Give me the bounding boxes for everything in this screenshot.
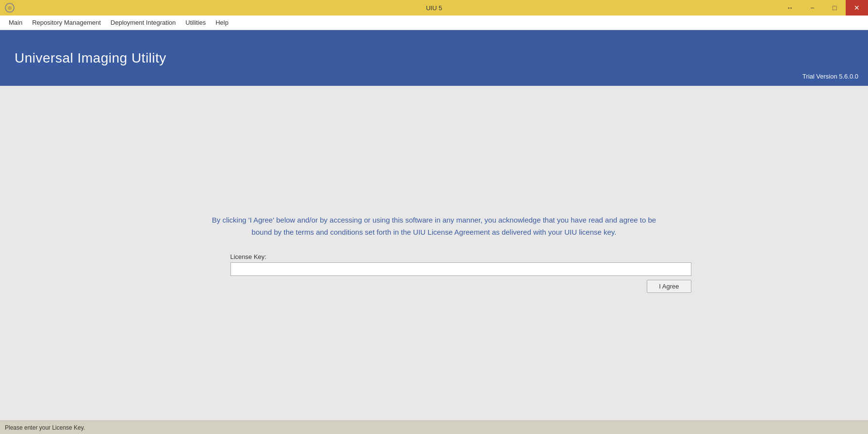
window-controls: ↔ − □ ✕: [779, 0, 868, 16]
status-text: Please enter your License Key.: [5, 424, 85, 431]
maximize-button[interactable]: □: [823, 0, 846, 16]
app-title: Universal Imaging Utility: [15, 50, 166, 66]
main-content: By clicking 'I Agree' below and/or by ac…: [0, 86, 868, 420]
minimize-button[interactable]: −: [801, 0, 823, 16]
menu-item-help[interactable]: Help: [211, 17, 233, 28]
license-container: By clicking 'I Agree' below and/or by ac…: [192, 214, 677, 293]
license-key-section: License Key: I Agree: [201, 253, 667, 293]
menu-item-utilities[interactable]: Utilities: [180, 17, 211, 28]
app-header: Universal Imaging Utility Trial Version …: [0, 30, 868, 86]
back-forward-button[interactable]: ↔: [779, 0, 801, 16]
close-button[interactable]: ✕: [846, 0, 868, 16]
title-bar: ◎ UIU 5 ↔ − □ ✕: [0, 0, 868, 16]
license-key-label: License Key:: [230, 253, 266, 260]
menu-item-repository-management[interactable]: Repository Management: [27, 17, 106, 28]
app-icon: ◎: [5, 3, 15, 13]
version-label: Trial Version 5.6.0.0: [802, 73, 858, 80]
license-key-input[interactable]: [230, 262, 691, 276]
menu-item-main[interactable]: Main: [4, 17, 27, 28]
agree-btn-row: I Agree: [230, 280, 691, 293]
window-title: UIU 5: [426, 4, 442, 12]
menu-bar: Main Repository Management Deployment In…: [0, 16, 868, 30]
i-agree-button[interactable]: I Agree: [647, 280, 691, 293]
license-agreement-text: By clicking 'I Agree' below and/or by ac…: [204, 214, 665, 239]
menu-item-deployment-integration[interactable]: Deployment Integration: [106, 17, 180, 28]
status-bar: Please enter your License Key.: [0, 420, 868, 434]
